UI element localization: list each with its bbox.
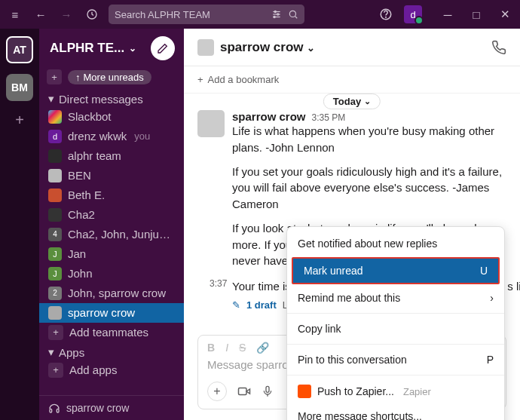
- pencil-icon: ✎: [232, 299, 240, 311]
- call-button[interactable]: [491, 40, 506, 55]
- reply-time: 3:37: [210, 278, 227, 289]
- workspace-at[interactable]: AT: [6, 36, 33, 63]
- search-placeholder: Search ALPHR TEAM: [115, 9, 210, 20]
- plus-icon: +: [48, 325, 63, 340]
- workspace-add[interactable]: +: [15, 112, 24, 129]
- add-teammates[interactable]: +Add teammates: [39, 323, 184, 342]
- bold-button[interactable]: B: [207, 342, 215, 354]
- window-close-icon[interactable]: ✕: [497, 7, 512, 22]
- window-min-icon[interactable]: ─: [440, 7, 455, 22]
- dm-group-cha2[interactable]: 4Cha2, John, Junjun, ...: [39, 225, 184, 244]
- message-time: 3:35 PM: [312, 112, 346, 123]
- ctx-copy-link[interactable]: Copy link: [287, 317, 504, 341]
- dm-jan[interactable]: JJan: [39, 244, 184, 264]
- dm-alphr-team[interactable]: alphr team: [39, 146, 184, 166]
- dm-cha2[interactable]: Cha2: [39, 205, 184, 225]
- italic-button[interactable]: I: [225, 342, 228, 354]
- nav-back-icon[interactable]: ←: [33, 7, 48, 22]
- svg-point-10: [386, 17, 387, 17]
- caret-down-icon: ▾: [48, 92, 54, 106]
- more-unreads-button[interactable]: ↑ More unreads: [68, 70, 151, 84]
- svg-rect-14: [266, 386, 269, 392]
- huddle-bar[interactable]: sparrow crow: [39, 395, 184, 420]
- dm-slackbot[interactable]: Slackbot: [39, 107, 184, 127]
- workspace-rail: AT BM +: [0, 29, 39, 420]
- svg-point-7: [289, 11, 295, 17]
- filter-icon[interactable]: [271, 9, 282, 20]
- message-avatar: [197, 110, 225, 137]
- window-max-icon[interactable]: □: [469, 7, 484, 22]
- workspace-switcher[interactable]: ALPHR TE... ⌄: [50, 41, 136, 56]
- help-icon[interactable]: [378, 7, 393, 22]
- history-icon[interactable]: [84, 7, 99, 22]
- svg-rect-11: [50, 409, 52, 412]
- headphones-icon: [48, 402, 60, 414]
- add-bookmark[interactable]: + Add a bookmark: [184, 66, 520, 94]
- nav-fwd-icon[interactable]: →: [59, 7, 74, 22]
- content: sparrow crow ⌄ + Add a bookmark Today ⌄ …: [184, 29, 520, 420]
- ctx-zapier[interactable]: Push to Zapier...Zapier: [287, 379, 504, 404]
- dm-group-john[interactable]: 2John, sparrow crow: [39, 284, 184, 303]
- search-input[interactable]: Search ALPHR TEAM: [109, 5, 304, 24]
- attach-button[interactable]: +: [207, 382, 227, 401]
- svg-line-8: [295, 16, 297, 18]
- ctx-get-notified[interactable]: Get notified about new replies: [287, 231, 504, 256]
- search-icon[interactable]: [288, 9, 298, 20]
- ctx-pin[interactable]: Pin to this conversationP: [287, 348, 504, 372]
- add-apps[interactable]: +Add apps: [39, 360, 184, 380]
- svg-rect-13: [239, 388, 247, 395]
- menu-icon[interactable]: ≡: [8, 7, 23, 22]
- chevron-down-icon: ⌄: [364, 97, 371, 106]
- user-avatar[interactable]: d: [404, 5, 422, 23]
- titlebar: ≡ ← → Search ALPHR TEAM d ─ □ ✕: [0, 0, 520, 29]
- today-pill[interactable]: Today ⌄: [323, 94, 381, 109]
- svg-rect-12: [57, 409, 59, 412]
- compose-button[interactable]: [151, 36, 175, 60]
- strike-button[interactable]: S: [239, 342, 246, 354]
- dm-john[interactable]: JJohn: [39, 264, 184, 284]
- message-author[interactable]: sparrow crow: [232, 110, 306, 123]
- dm-beth[interactable]: Beth E.: [39, 185, 184, 205]
- chat-name-button[interactable]: sparrow crow ⌄: [220, 40, 315, 55]
- dm-ben[interactable]: BEN: [39, 166, 184, 185]
- link-button[interactable]: 🔗: [256, 342, 269, 354]
- sidebar: ALPHR TE... ⌄ + ↑ More unreads ▾ Direct …: [39, 29, 184, 420]
- context-menu: Get notified about new replies Mark unre…: [286, 226, 505, 420]
- ctx-more-shortcuts[interactable]: More message shortcuts...: [287, 404, 504, 420]
- zapier-icon: [298, 385, 311, 398]
- chat-avatar: [197, 39, 214, 56]
- dm-sparrow-crow[interactable]: sparrow crow: [39, 303, 184, 323]
- workspace-bm[interactable]: BM: [6, 74, 33, 101]
- plus-icon: +: [48, 363, 63, 378]
- ctx-remind-me[interactable]: Remind me about this›: [287, 286, 504, 310]
- mic-button[interactable]: [262, 385, 274, 397]
- caret-down-icon: ▾: [48, 345, 54, 359]
- dm-drenz[interactable]: ddrenz wkwkyou: [39, 127, 184, 146]
- apps-section-header[interactable]: ▾Apps: [39, 342, 184, 360]
- chevron-down-icon: ⌄: [307, 42, 315, 54]
- chat-header: sparrow crow ⌄: [184, 29, 520, 66]
- chevron-right-icon: ›: [490, 292, 494, 304]
- dm-section-header[interactable]: ▾ Direct messages: [39, 89, 184, 107]
- new-channel-button[interactable]: +: [47, 69, 62, 84]
- ctx-mark-unread[interactable]: Mark unreadU: [292, 257, 500, 284]
- chevron-down-icon: ⌄: [129, 43, 136, 54]
- draft-label[interactable]: 1 draft: [246, 299, 277, 311]
- video-button[interactable]: [237, 385, 251, 398]
